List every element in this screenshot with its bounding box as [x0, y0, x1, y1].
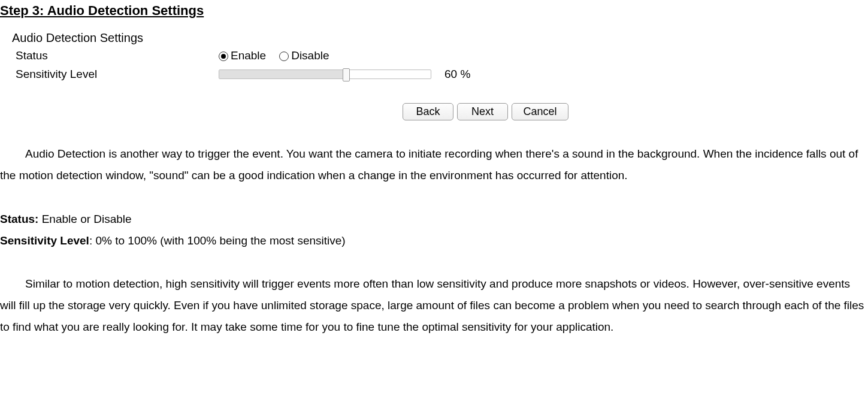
- radio-icon: [279, 52, 289, 61]
- sensitivity-slider[interactable]: [219, 69, 431, 79]
- panel-title: Audio Detection Settings: [12, 29, 868, 46]
- button-row: Back Next Cancel: [403, 103, 868, 120]
- status-radio-group: Enable Disable: [219, 47, 329, 65]
- sensitivity-definition: Sensitivity Level: 0% to 100% (with 100%…: [0, 230, 868, 252]
- step-title: Step 3: Audio Detection Settings: [0, 3, 868, 19]
- status-def-bold: Status:: [0, 213, 38, 225]
- settings-panel: Audio Detection Settings Status Enable D…: [12, 29, 868, 120]
- back-button[interactable]: Back: [403, 103, 453, 120]
- enable-radio[interactable]: Enable: [219, 47, 266, 65]
- cancel-button[interactable]: Cancel: [512, 103, 568, 120]
- sens-def-text: : 0% to 100% (with 100% being the most s…: [89, 234, 346, 247]
- disable-radio-label: Disable: [291, 47, 329, 65]
- status-def-text: Enable or Disable: [38, 213, 131, 225]
- sensitivity-row: Sensitivity Level 60 %: [12, 66, 868, 83]
- slider-thumb[interactable]: [343, 68, 350, 81]
- disable-radio[interactable]: Disable: [279, 47, 329, 65]
- status-label: Status: [12, 47, 219, 65]
- status-row: Status Enable Disable: [12, 47, 868, 65]
- sens-def-bold: Sensitivity Level: [0, 234, 89, 247]
- slider-fill: [219, 70, 346, 78]
- paragraph-1: Audio Detection is another way to trigge…: [0, 143, 868, 186]
- enable-radio-label: Enable: [231, 47, 266, 65]
- sensitivity-label: Sensitivity Level: [12, 66, 219, 83]
- sensitivity-slider-wrap: 60 %: [219, 66, 470, 83]
- sensitivity-value: 60 %: [444, 66, 470, 83]
- radio-icon: [219, 52, 228, 61]
- paragraph-2: Similar to motion detection, high sensit…: [0, 273, 868, 338]
- status-definition: Status: Enable or Disable: [0, 208, 868, 230]
- definitions: Status: Enable or Disable Sensitivity Le…: [0, 208, 868, 252]
- next-button[interactable]: Next: [457, 103, 508, 120]
